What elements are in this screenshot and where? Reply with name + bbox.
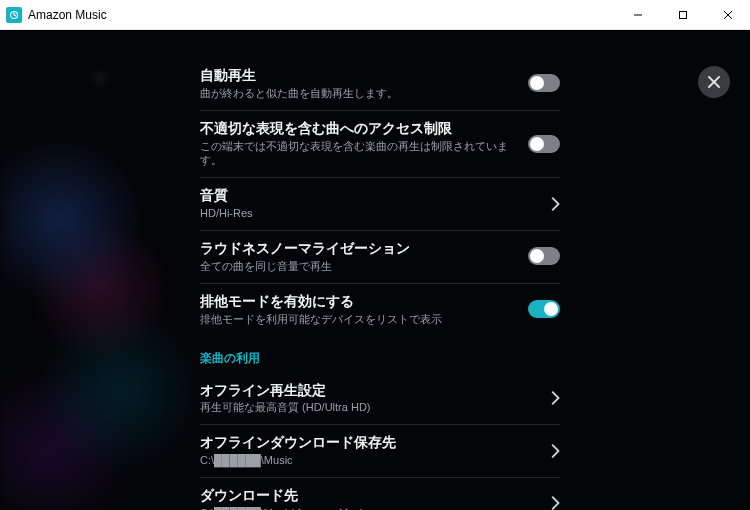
settings-row[interactable]: オフライン再生設定再生可能な最高音質 (HD/Ultra HD) (200, 373, 560, 426)
settings-row-subtitle: 再生可能な最高音質 (HD/Ultra HD) (200, 400, 538, 415)
toggle-knob (530, 76, 544, 90)
close-settings-button[interactable] (698, 66, 730, 98)
settings-row-subtitle: HD/Hi-Res (200, 206, 538, 221)
chevron-right-icon (550, 496, 560, 510)
close-icon (707, 75, 721, 89)
svg-rect-2 (679, 11, 686, 18)
settings-row-text: 音質HD/Hi-Res (200, 186, 538, 221)
settings-row[interactable]: オフラインダウンロード保存先C:\██████\Music (200, 425, 560, 478)
chevron-right-icon (550, 391, 560, 405)
toggle-switch[interactable] (528, 300, 560, 318)
section-label-music-usage: 楽曲の利用 (200, 336, 560, 373)
settings-row-title: 音質 (200, 186, 538, 205)
settings-row-control (550, 391, 560, 405)
settings-row: ラウドネスノーマライゼーション全ての曲を同じ音量で再生 (200, 231, 560, 284)
chevron-right-icon (550, 197, 560, 211)
settings-row-control (528, 247, 560, 265)
settings-row-subtitle: この端末では不適切な表現を含む楽曲の再生は制限されています。 (200, 139, 516, 169)
settings-row-title: 排他モードを有効にする (200, 292, 516, 311)
settings-row-text: ダウンロード先C:\██████\Music\Amazon Music (200, 486, 538, 510)
settings-row[interactable]: 音質HD/Hi-Res (200, 178, 560, 231)
settings-row-text: オフラインダウンロード保存先C:\██████\Music (200, 433, 538, 468)
toggle-switch[interactable] (528, 135, 560, 153)
settings-row-control (550, 496, 560, 510)
settings-row-control (550, 197, 560, 211)
window-controls (615, 0, 750, 29)
settings-row-subtitle: 排他モードを利用可能なデバイスをリストで表示 (200, 312, 516, 327)
settings-row-subtitle: C:\██████\Music (200, 453, 538, 468)
settings-section-music-usage: オフライン再生設定再生可能な最高音質 (HD/Ultra HD)オフラインダウン… (200, 373, 560, 510)
app-icon (6, 7, 22, 23)
settings-row-title: 不適切な表現を含む曲へのアクセス制限 (200, 119, 516, 138)
close-button[interactable] (705, 0, 750, 29)
settings-row[interactable]: ダウンロード先C:\██████\Music\Amazon Music (200, 478, 560, 510)
settings-row-title: オフライン再生設定 (200, 381, 538, 400)
toggle-switch[interactable] (528, 74, 560, 92)
maximize-button[interactable] (660, 0, 705, 29)
settings-row-text: 排他モードを有効にする排他モードを利用可能なデバイスをリストで表示 (200, 292, 516, 327)
titlebar-left: Amazon Music (0, 7, 107, 23)
window-title: Amazon Music (28, 8, 107, 22)
settings-row-subtitle: 曲が終わると似た曲を自動再生します。 (200, 86, 516, 101)
app-window: Amazon Music 自動再生曲が終わると似た曲を自動再生します。不適切な表… (0, 0, 750, 510)
settings-row-text: 自動再生曲が終わると似た曲を自動再生します。 (200, 66, 516, 101)
settings-section-playback: 自動再生曲が終わると似た曲を自動再生します。不適切な表現を含む曲へのアクセス制限… (200, 58, 560, 336)
toggle-knob (530, 249, 544, 263)
settings-row-text: 不適切な表現を含む曲へのアクセス制限この端末では不適切な表現を含む楽曲の再生は制… (200, 119, 516, 169)
toggle-switch[interactable] (528, 247, 560, 265)
settings-row-control (528, 135, 560, 153)
toggle-knob (530, 137, 544, 151)
settings-row: 自動再生曲が終わると似た曲を自動再生します。 (200, 58, 560, 111)
settings-row: 不適切な表現を含む曲へのアクセス制限この端末では不適切な表現を含む楽曲の再生は制… (200, 111, 560, 179)
settings-row-control (528, 300, 560, 318)
content-area: 自動再生曲が終わると似た曲を自動再生します。不適切な表現を含む曲へのアクセス制限… (0, 30, 750, 510)
toggle-knob (544, 302, 558, 316)
settings-row-subtitle: C:\██████\Music\Amazon Music (200, 506, 538, 510)
settings-row-title: ラウドネスノーマライゼーション (200, 239, 516, 258)
settings-panel: 自動再生曲が終わると似た曲を自動再生します。不適切な表現を含む曲へのアクセス制限… (200, 58, 560, 510)
settings-row-text: オフライン再生設定再生可能な最高音質 (HD/Ultra HD) (200, 381, 538, 416)
titlebar: Amazon Music (0, 0, 750, 30)
settings-row-subtitle: 全ての曲を同じ音量で再生 (200, 259, 516, 274)
chevron-right-icon (550, 444, 560, 458)
settings-row-control (528, 74, 560, 92)
settings-row-text: ラウドネスノーマライゼーション全ての曲を同じ音量で再生 (200, 239, 516, 274)
settings-row-control (550, 444, 560, 458)
settings-row-title: オフラインダウンロード保存先 (200, 433, 538, 452)
settings-row-title: ダウンロード先 (200, 486, 538, 505)
settings-row: 排他モードを有効にする排他モードを利用可能なデバイスをリストで表示 (200, 284, 560, 336)
settings-row-title: 自動再生 (200, 66, 516, 85)
minimize-button[interactable] (615, 0, 660, 29)
